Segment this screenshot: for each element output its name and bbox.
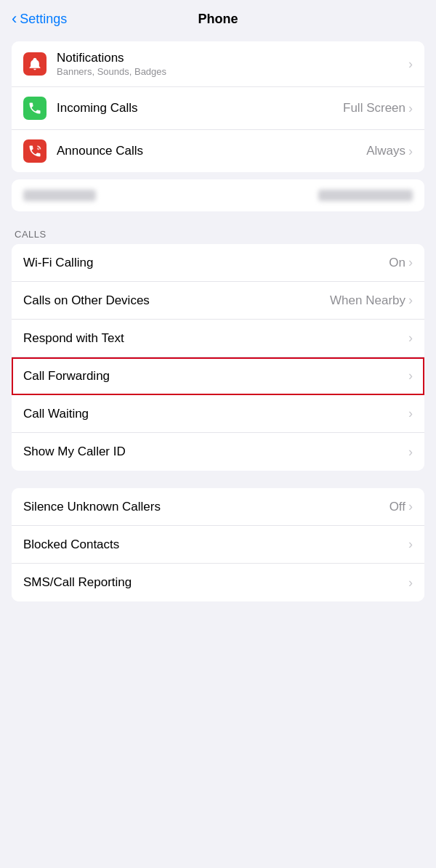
notifications-title: Notifications: [57, 51, 408, 65]
blocked-contacts-content: Blocked Contacts: [23, 538, 408, 552]
bottom-section: Silence Unknown Callers Off › Blocked Co…: [0, 488, 436, 601]
call-waiting-row[interactable]: Call Waiting ›: [12, 395, 424, 433]
calls-section-label: CALLS: [0, 229, 436, 244]
notifications-chevron-icon: ›: [408, 57, 413, 72]
back-chevron-icon: ‹: [12, 11, 17, 27]
page-header: ‹ Settings Phone: [0, 0, 436, 33]
wifi-calling-content: Wi-Fi Calling: [23, 256, 389, 270]
blurred-right: [318, 190, 413, 201]
sms-call-reporting-content: SMS/Call Reporting: [23, 575, 408, 590]
sms-call-reporting-row[interactable]: SMS/Call Reporting ›: [12, 564, 424, 601]
blurred-row: [12, 179, 424, 211]
calls-section: CALLS Wi-Fi Calling On › Calls on Other …: [0, 229, 436, 471]
incoming-calls-right: Full Screen ›: [343, 101, 413, 116]
notifications-content: Notifications Banners, Sounds, Badges: [57, 51, 408, 77]
page-title: Phone: [198, 12, 238, 27]
call-forwarding-row[interactable]: Call Forwarding ›: [12, 357, 424, 395]
call-forwarding-chevron-icon: ›: [408, 368, 413, 384]
back-button[interactable]: ‹ Settings: [12, 12, 67, 27]
announce-calls-chevron-icon: ›: [408, 144, 413, 159]
silence-unknown-value: Off: [389, 500, 405, 514]
respond-text-title: Respond with Text: [23, 331, 408, 346]
bottom-card: Silence Unknown Callers Off › Blocked Co…: [12, 488, 424, 601]
silence-unknown-content: Silence Unknown Callers: [23, 500, 389, 514]
notifications-row[interactable]: Notifications Banners, Sounds, Badges ›: [12, 41, 424, 87]
announce-calls-right: Always ›: [366, 144, 413, 159]
notifications-subtitle: Banners, Sounds, Badges: [57, 66, 408, 77]
calls-other-devices-title: Calls on Other Devices: [23, 293, 330, 308]
announce-calls-icon: [23, 139, 47, 163]
calls-card: Wi-Fi Calling On › Calls on Other Device…: [12, 244, 424, 471]
calls-other-devices-chevron-icon: ›: [408, 293, 413, 308]
silence-unknown-right: Off ›: [389, 499, 413, 514]
call-waiting-right: ›: [408, 406, 413, 421]
incoming-calls-title: Incoming Calls: [57, 101, 343, 115]
show-caller-id-title: Show My Caller ID: [23, 445, 408, 459]
incoming-calls-content: Incoming Calls: [57, 101, 343, 115]
blocked-contacts-title: Blocked Contacts: [23, 538, 408, 552]
back-label[interactable]: Settings: [20, 12, 67, 27]
notifications-right: ›: [408, 57, 413, 72]
show-caller-id-right: ›: [408, 445, 413, 460]
announce-calls-content: Announce Calls: [57, 144, 366, 158]
wifi-calling-title: Wi-Fi Calling: [23, 256, 389, 270]
calls-other-devices-right: When Nearby ›: [330, 293, 413, 308]
silence-unknown-row[interactable]: Silence Unknown Callers Off ›: [12, 488, 424, 526]
calls-other-devices-row[interactable]: Calls on Other Devices When Nearby ›: [12, 282, 424, 320]
sms-call-reporting-chevron-icon: ›: [408, 575, 413, 591]
call-waiting-chevron-icon: ›: [408, 406, 413, 421]
calls-other-devices-content: Calls on Other Devices: [23, 293, 330, 308]
silence-unknown-title: Silence Unknown Callers: [23, 500, 389, 514]
show-caller-id-chevron-icon: ›: [408, 445, 413, 460]
sms-call-reporting-right: ›: [408, 575, 413, 591]
sms-call-reporting-title: SMS/Call Reporting: [23, 575, 408, 590]
call-forwarding-content: Call Forwarding: [23, 369, 408, 384]
blurred-left: [23, 190, 96, 201]
respond-text-content: Respond with Text: [23, 331, 408, 346]
respond-text-row[interactable]: Respond with Text ›: [12, 320, 424, 357]
respond-text-right: ›: [408, 330, 413, 346]
wifi-calling-right: On ›: [389, 255, 413, 270]
silence-unknown-chevron-icon: ›: [408, 499, 413, 514]
show-caller-id-row[interactable]: Show My Caller ID ›: [12, 433, 424, 471]
wifi-calling-row[interactable]: Wi-Fi Calling On ›: [12, 244, 424, 282]
incoming-calls-row[interactable]: Incoming Calls Full Screen ›: [12, 87, 424, 130]
call-forwarding-title: Call Forwarding: [23, 369, 408, 384]
call-forwarding-right: ›: [408, 368, 413, 384]
blocked-contacts-chevron-icon: ›: [408, 537, 413, 552]
incoming-calls-chevron-icon: ›: [408, 101, 413, 116]
wifi-calling-chevron-icon: ›: [408, 255, 413, 270]
incoming-calls-icon: [23, 97, 47, 120]
wifi-calling-value: On: [389, 256, 405, 270]
show-caller-id-content: Show My Caller ID: [23, 445, 408, 459]
blocked-contacts-right: ›: [408, 537, 413, 552]
announce-calls-row[interactable]: Announce Calls Always ›: [12, 130, 424, 172]
top-settings-card: Notifications Banners, Sounds, Badges › …: [12, 41, 424, 172]
blocked-contacts-row[interactable]: Blocked Contacts ›: [12, 526, 424, 564]
announce-calls-value: Always: [366, 144, 405, 158]
incoming-calls-value: Full Screen: [343, 101, 405, 115]
call-waiting-content: Call Waiting: [23, 407, 408, 421]
announce-calls-title: Announce Calls: [57, 144, 366, 158]
call-waiting-title: Call Waiting: [23, 407, 408, 421]
respond-text-chevron-icon: ›: [408, 330, 413, 346]
calls-other-devices-value: When Nearby: [330, 293, 405, 308]
notifications-icon: [23, 52, 47, 76]
